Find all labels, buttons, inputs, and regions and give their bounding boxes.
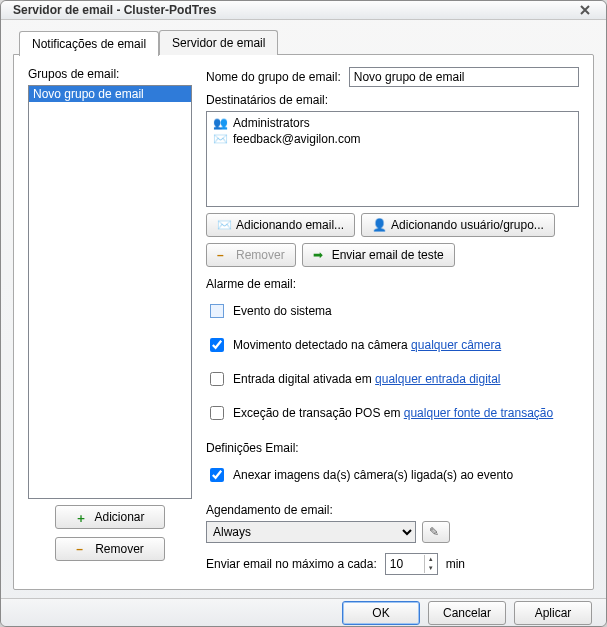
add-user-label: Adicionando usuário/grupo...	[391, 218, 544, 232]
digital-prefix: Entrada digital ativada em	[233, 372, 375, 386]
attach-label: Anexar imagens da(s) câmera(s) ligada(s)…	[233, 468, 513, 482]
pencil-icon: ✎	[429, 525, 443, 539]
add-user-group-button[interactable]: 👤 Adicionando usuário/grupo...	[361, 213, 555, 237]
dialog-footer: OK Cancelar Aplicar	[1, 598, 606, 626]
mail-icon: ✉️	[217, 218, 231, 232]
recipient-text: Administrators	[233, 116, 310, 130]
throttle-input[interactable]	[386, 554, 424, 574]
recipient-text: feedback@avigilon.com	[233, 132, 361, 146]
pos-link[interactable]: qualquer fonte de transação	[404, 406, 553, 420]
user-plus-icon: 👤	[372, 218, 386, 232]
recipient-item[interactable]: ✉️ feedback@avigilon.com	[213, 132, 572, 146]
system-event-label: Evento do sistema	[233, 304, 332, 318]
plus-icon: ＋	[75, 510, 89, 524]
add-group-button[interactable]: ＋ Adicionar	[55, 505, 165, 529]
right-column: Nome do grupo de email: Destinatários de…	[206, 67, 579, 575]
edit-schedule-button[interactable]: ✎	[422, 521, 450, 543]
spinner-down-icon[interactable]: ▼	[425, 564, 437, 573]
add-group-label: Adicionar	[94, 510, 144, 524]
tab-panel-notifications: Grupos de email: Novo grupo de email ＋ A…	[13, 54, 594, 590]
remove-recipient-button[interactable]: – Remover	[206, 243, 296, 267]
send-test-email-button[interactable]: ➡ Enviar email de teste	[302, 243, 455, 267]
digital-label: Entrada digital ativada em qualquer entr…	[233, 372, 501, 386]
pos-label: Exceção de transação POS em qualquer fon…	[233, 406, 553, 420]
recipient-item[interactable]: 👥 Administrators	[213, 116, 572, 130]
groups-listbox[interactable]: Novo grupo de email	[28, 85, 192, 499]
throttle-spinner[interactable]: ▲ ▼	[385, 553, 438, 575]
apply-button[interactable]: Aplicar	[514, 601, 592, 625]
digital-row: Entrada digital ativada em qualquer entr…	[206, 369, 579, 389]
motion-prefix: Movimento detectado na câmera	[233, 338, 411, 352]
close-button[interactable]	[572, 1, 598, 19]
digital-link[interactable]: qualquer entrada digital	[375, 372, 500, 386]
users-icon: 👥	[213, 116, 227, 130]
tab-server[interactable]: Servidor de email	[159, 30, 278, 55]
attach-checkbox[interactable]	[210, 468, 224, 482]
mail-icon: ✉️	[213, 132, 227, 146]
motion-label: Movimento detectado na câmera qualquer c…	[233, 338, 501, 352]
titlebar: Servidor de email - Cluster-PodTres	[1, 1, 606, 20]
throttle-row: Enviar email no máximo a cada: ▲ ▼ min	[206, 553, 579, 575]
pos-prefix: Exceção de transação POS em	[233, 406, 404, 420]
spinner-arrows: ▲ ▼	[424, 555, 437, 573]
motion-checkbox[interactable]	[210, 338, 224, 352]
left-column: Grupos de email: Novo grupo de email ＋ A…	[28, 67, 192, 575]
group-name-input[interactable]	[349, 67, 579, 87]
dialog-window: Servidor de email - Cluster-PodTres Noti…	[0, 0, 607, 627]
schedule-heading: Agendamento de email:	[206, 503, 579, 517]
throttle-label: Enviar email no máximo a cada:	[206, 557, 377, 571]
recipients-label: Destinatários de email:	[206, 93, 579, 107]
pos-row: Exceção de transação POS em qualquer fon…	[206, 403, 579, 423]
minus-icon: –	[76, 542, 90, 556]
tab-row: Notificações de email Servidor de email	[19, 30, 594, 55]
attach-row: Anexar imagens da(s) câmera(s) ligada(s)…	[206, 465, 579, 485]
motion-row: Movimento detectado na câmera qualquer c…	[206, 335, 579, 355]
group-name-label: Nome do grupo de email:	[206, 70, 341, 84]
system-event-row: Evento do sistema	[206, 301, 579, 321]
schedule-row: Always ✎	[206, 521, 579, 543]
pos-checkbox[interactable]	[210, 406, 224, 420]
add-email-label: Adicionando email...	[236, 218, 344, 232]
digital-checkbox[interactable]	[210, 372, 224, 386]
window-title: Servidor de email - Cluster-PodTres	[13, 3, 572, 17]
add-email-button[interactable]: ✉️ Adicionando email...	[206, 213, 355, 237]
cancel-button[interactable]: Cancelar	[428, 601, 506, 625]
remove-recipient-label: Remover	[236, 248, 285, 262]
alarm-heading: Alarme de email:	[206, 277, 579, 291]
group-name-row: Nome do grupo de email:	[206, 67, 579, 87]
tab-notifications[interactable]: Notificações de email	[19, 31, 159, 56]
motion-link[interactable]: qualquer câmera	[411, 338, 501, 352]
content-area: Notificações de email Servidor de email …	[1, 20, 606, 598]
groups-label: Grupos de email:	[28, 67, 192, 81]
spinner-up-icon[interactable]: ▲	[425, 555, 437, 564]
group-item[interactable]: Novo grupo de email	[29, 86, 191, 102]
system-event-checkbox[interactable]	[210, 304, 224, 318]
ok-button[interactable]: OK	[342, 601, 420, 625]
defs-heading: Definições Email:	[206, 441, 579, 455]
minus-icon: –	[217, 248, 231, 262]
send-test-label: Enviar email de teste	[332, 248, 444, 262]
remove-group-label: Remover	[95, 542, 144, 556]
throttle-unit: min	[446, 557, 465, 571]
schedule-select[interactable]: Always	[206, 521, 416, 543]
remove-group-button[interactable]: – Remover	[55, 537, 165, 561]
send-icon: ➡	[313, 248, 327, 262]
recipients-listbox[interactable]: 👥 Administrators ✉️ feedback@avigilon.co…	[206, 111, 579, 207]
